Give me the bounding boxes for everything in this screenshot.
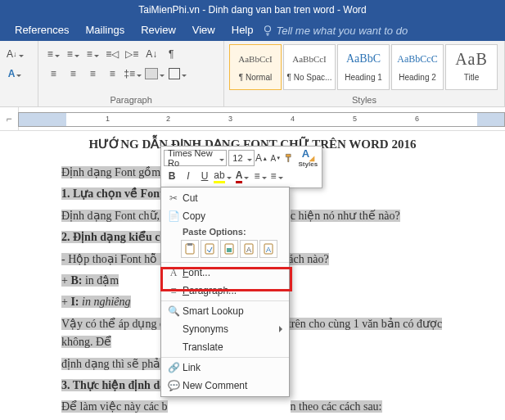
context-link[interactable]: 🔗 Link: [161, 359, 289, 377]
paste-default[interactable]: A: [259, 240, 277, 258]
text-effects-button[interactable]: A: [6, 64, 24, 84]
tab-help[interactable]: Help: [223, 20, 262, 41]
style-heading2[interactable]: AaBbCcC Heading 2: [391, 44, 444, 90]
align-right-button[interactable]: ≡: [83, 64, 101, 84]
context-menu: ✂ Cut 📄 Copy Paste Options: A A A FFont.…: [160, 187, 290, 397]
paste-picture[interactable]: [220, 240, 238, 258]
clipboard-merge-icon: [204, 243, 215, 255]
tab-review[interactable]: Review: [133, 20, 184, 41]
mini-grow-font-button[interactable]: A▲: [255, 151, 268, 165]
mini-font-color-button[interactable]: A: [233, 169, 251, 183]
mini-highlight-button[interactable]: ab: [214, 169, 232, 183]
paste-options-header: Paste Options:: [161, 225, 289, 238]
change-case-button[interactable]: A↓: [6, 44, 25, 64]
comment-icon: 💬: [165, 380, 183, 391]
paste-keep-source[interactable]: [181, 240, 199, 258]
justify-button[interactable]: ≡: [103, 64, 121, 84]
context-new-comment[interactable]: 💬 New Comment: [161, 377, 289, 395]
svg-rect-2: [187, 243, 192, 246]
context-translate[interactable]: Translate: [161, 338, 289, 356]
decrease-indent-button[interactable]: ≡◁: [103, 44, 121, 64]
ruler-area: ⌐ 1 2 3 4 5 6: [0, 107, 505, 131]
borders-button[interactable]: [167, 64, 188, 84]
style-no-spacing[interactable]: AaBbCcI ¶ No Spac...: [283, 44, 336, 90]
context-copy[interactable]: 📄 Copy: [161, 207, 289, 225]
copy-icon: 📄: [165, 210, 183, 222]
submenu-arrow-icon: [279, 323, 282, 335]
mini-numbering-button[interactable]: ≡: [269, 169, 284, 183]
context-paragraph[interactable]: ≡ Paragraph...: [161, 282, 289, 300]
mini-italic-button[interactable]: I: [181, 169, 196, 183]
doc-heading: 1. Lựa chọn về Font: [61, 187, 166, 200]
doc-text: Định dạng Font gồm c: [61, 166, 169, 178]
mini-format-painter-button[interactable]: [283, 151, 295, 165]
bullets-button[interactable]: ≡: [44, 44, 62, 64]
window-title: TaiMienPhi.vn - Dinh dang van ban tren w…: [138, 4, 367, 16]
tab-view[interactable]: View: [184, 20, 223, 41]
context-smart-lookup[interactable]: 🔍 Smart Lookup: [161, 302, 289, 320]
tab-mailings[interactable]: Mailings: [77, 20, 133, 41]
ribbon: A↓ A ≡ ≡ ≡ ≡◁ ▷≡ A↓ ¶ ≡ ≡ ≡ ≡ ‡≡ Paragra…: [0, 41, 505, 107]
clipboard-icon: [184, 243, 196, 255]
style-normal[interactable]: AaBbCcI ¶ Normal: [229, 44, 282, 90]
svg-point-0: [264, 26, 270, 32]
tab-references[interactable]: References: [7, 20, 77, 41]
line-spacing-button[interactable]: ‡≡: [123, 64, 142, 84]
tab-selector[interactable]: ⌐: [0, 107, 19, 130]
shading-button[interactable]: [144, 64, 165, 84]
font-icon: A: [165, 267, 183, 279]
context-synonyms[interactable]: Synonyms: [161, 320, 289, 338]
svg-text:A: A: [266, 246, 271, 254]
horizontal-ruler[interactable]: 1 2 3 4 5 6: [18, 112, 505, 127]
svg-text:A: A: [246, 246, 251, 254]
ribbon-tabs: References Mailings Review View Help Tel…: [0, 20, 505, 41]
mini-font-size-combo[interactable]: 12: [228, 150, 255, 166]
align-left-button[interactable]: ≡: [44, 64, 62, 84]
mini-bold-button[interactable]: B: [165, 169, 179, 183]
paragraph-group-label: Paragraph: [38, 95, 223, 105]
mini-shrink-font-button[interactable]: A▼: [269, 151, 282, 165]
paste-text-only[interactable]: A: [240, 240, 258, 258]
lightbulb-icon: [262, 25, 273, 36]
mini-underline-button[interactable]: U: [197, 169, 212, 183]
styles-group-label: Styles: [224, 95, 504, 105]
context-font[interactable]: A FFont...ont...: [161, 264, 289, 282]
mini-styles-button[interactable]: A◢ Styles: [298, 151, 318, 165]
mini-toolbar: Times New Ro 12 A▲ A▼ A◢ Styles B I U ab…: [160, 146, 322, 188]
clipboard-a-icon: A: [263, 243, 274, 255]
link-icon: 🔗: [165, 362, 183, 373]
styles-gallery[interactable]: AaBbCcI ¶ Normal AaBbCcI ¶ No Spac... Aa…: [229, 44, 499, 90]
style-title[interactable]: AaB Title: [445, 44, 498, 90]
paste-options-row: A A: [161, 238, 289, 261]
window-title-bar: TaiMienPhi.vn - Dinh dang van ban tren w…: [0, 0, 505, 20]
clipboard-text-icon: A: [243, 243, 255, 255]
svg-rect-5: [227, 248, 232, 252]
clipboard-picture-icon: [223, 243, 235, 255]
ribbon-group-font-partial: A↓ A: [0, 41, 38, 106]
align-center-button[interactable]: ≡: [64, 64, 82, 84]
sort-button[interactable]: A↓: [142, 44, 160, 64]
increase-indent-button[interactable]: ▷≡: [123, 44, 141, 64]
paste-merge[interactable]: [201, 240, 219, 258]
search-icon: 🔍: [165, 305, 183, 317]
tell-me-search[interactable]: Tell me what you want to do: [262, 25, 408, 37]
mini-font-name-combo[interactable]: Times New Ro: [164, 150, 227, 166]
format-painter-icon: [284, 152, 295, 164]
ribbon-group-paragraph: ≡ ≡ ≡ ≡◁ ▷≡ A↓ ¶ ≡ ≡ ≡ ≡ ‡≡ Paragraph: [38, 41, 224, 106]
cut-icon: ✂: [165, 192, 183, 204]
show-marks-button[interactable]: ¶: [162, 44, 180, 64]
mini-bullets-button[interactable]: ≡: [253, 169, 268, 183]
ribbon-group-styles: AaBbCcI ¶ Normal AaBbCcI ¶ No Spac... Aa…: [224, 41, 505, 106]
paragraph-icon: ≡: [165, 285, 183, 296]
numbering-button[interactable]: ≡: [64, 44, 82, 64]
multilevel-button[interactable]: ≡: [83, 44, 101, 64]
context-cut[interactable]: ✂ Cut: [161, 189, 289, 207]
style-heading1[interactable]: AaBbC Heading 1: [337, 44, 390, 90]
